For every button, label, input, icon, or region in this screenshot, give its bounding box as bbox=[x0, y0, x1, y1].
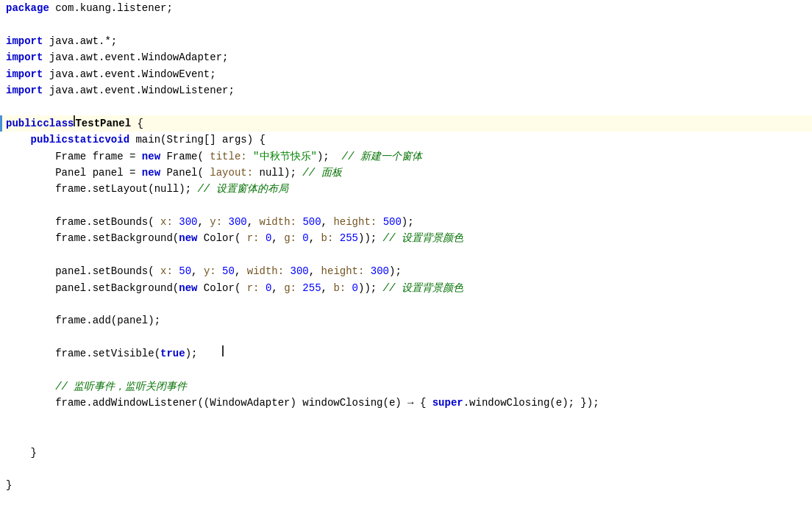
code-line bbox=[0, 461, 812, 477]
code-line: Frame frame = new Frame( title: "中秋节快乐")… bbox=[0, 148, 812, 165]
code-line: Panel panel = new Panel( layout: null); … bbox=[0, 165, 812, 181]
code-line: import java.awt.event.WindowEvent; bbox=[0, 66, 812, 82]
code-line bbox=[0, 412, 812, 428]
code-line: frame.addWindowListener((WindowAdapter) … bbox=[0, 395, 812, 411]
code-line: public static void main(String[] args) { bbox=[0, 132, 812, 148]
code-line bbox=[0, 16, 812, 32]
code-line: } bbox=[0, 445, 812, 461]
code-line: public class TestPanel { bbox=[0, 115, 812, 132]
code-line: panel.setBounds( x: 50, y: 50, width: 30… bbox=[0, 263, 812, 279]
code-line: frame.add(panel); bbox=[0, 312, 812, 329]
code-line: import java.awt.event.WindowAdapter; bbox=[0, 49, 812, 65]
code-line: frame.setBounds( x: 300, y: 300, width: … bbox=[0, 214, 812, 230]
code-line bbox=[0, 296, 812, 312]
code-line: package com.kuang.listener; bbox=[0, 0, 812, 16]
code-line: } bbox=[0, 477, 812, 493]
code-line: import java.awt.*; bbox=[0, 33, 812, 49]
code-line bbox=[0, 198, 812, 214]
code-line: frame.setBackground(new Color( r: 0, g: … bbox=[0, 230, 812, 246]
code-line: frame.setVisible(true); bbox=[0, 345, 812, 362]
code-line: frame.setLayout(null); // 设置窗体的布局 bbox=[0, 181, 812, 197]
code-line bbox=[0, 428, 812, 444]
code-line bbox=[0, 329, 812, 345]
code-line: panel.setBackground(new Color( r: 0, g: … bbox=[0, 280, 812, 296]
code-line: // 监听事件，监听关闭事件 bbox=[0, 379, 812, 395]
code-line bbox=[0, 362, 812, 379]
code-line bbox=[0, 98, 812, 115]
code-line bbox=[0, 247, 812, 263]
code-editor[interactable]: package com.kuang.listener; import java.… bbox=[0, 0, 812, 513]
code-line: import java.awt.event.WindowListener; bbox=[0, 82, 812, 98]
